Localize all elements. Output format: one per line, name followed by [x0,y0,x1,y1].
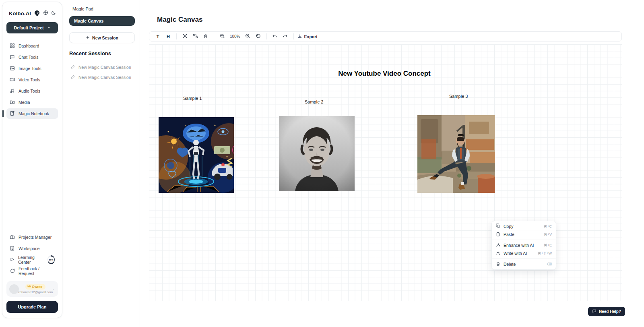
context-menu-item-copy[interactable]: Copy ⌘+C [492,222,556,230]
shortcut-label: ⌘+E [544,243,552,247]
context-menu-item-enhance-with-ai[interactable]: Enhance with AI ⌘+E [492,241,556,249]
sample-1-image[interactable] [159,117,234,193]
trash-icon [203,34,208,39]
toolbar-divider [176,33,177,39]
need-help-label: Need Help? [599,309,621,314]
sidebar-item-projects-manager[interactable]: Projects Manager [6,232,58,242]
export-button[interactable]: Export [297,34,318,39]
dark-mode-button[interactable] [51,10,56,17]
audio-icon [10,88,15,94]
redo-button[interactable] [281,33,290,40]
pencil-icon [71,64,75,70]
context-menu: Copy ⌘+C Paste ⌘+V Enhance with AI ⌘+E W… [491,221,556,270]
sidebar-item-label: Learning Center [18,255,43,265]
session-list-item[interactable]: New Magic Canvas Session [69,62,133,72]
sidebar-item-magic-notebook[interactable]: Magic Notebook [6,108,58,119]
sample-3-image[interactable] [417,115,495,193]
sample-2-label[interactable]: Sample 2 [305,99,323,104]
zoom-level-value: 100% [228,34,242,39]
canvas-heading[interactable]: New Youtube Video Concept [278,70,491,78]
context-menu-label: Write with AI [504,251,527,256]
notebook-icon [10,111,15,117]
copy-icon [496,224,500,229]
toolbar-divider [293,33,294,39]
sample-1-label[interactable]: Sample 1 [183,96,202,101]
export-label: Export [304,34,318,39]
sidebar-footer-nav: Projects Manager Workspace Learning Cent… [6,232,58,276]
context-menu-item-paste[interactable]: Paste ⌘+V [492,230,556,238]
sidebar-item-video-tools[interactable]: Video Tools [6,75,58,85]
sidebar-item-chat-tools[interactable]: Chat Tools [6,52,58,62]
sidebar-item-label: Projects Manager [19,235,52,240]
shortcut-label: ⌘+C [543,224,552,228]
tab-magic-canvas[interactable]: Magic Canvas [69,16,135,26]
sparkles-icon [496,251,500,256]
sidebar-item-label: Audio Tools [19,89,40,93]
zoom-in-button[interactable] [218,33,227,40]
enhance-wand-icon [496,243,500,248]
context-menu-divider [492,240,556,240]
shortcut-label: ⌘+⇧+W [537,251,552,255]
sidebar-nav: Dashboard Chat Tools Image Tools Video T… [6,41,58,119]
page-title: Magic Canvas [157,16,202,24]
sidebar-item-label: Dashboard [19,43,39,48]
paste-icon [496,232,500,237]
session-item-label: New Magic Canvas Session [78,75,131,80]
session-list-item[interactable]: New Magic Canvas Session [69,72,133,82]
sidebar-item-media[interactable]: Media [6,97,58,108]
text-tool-button[interactable]: T [153,33,162,40]
redo-icon [283,33,288,39]
sidebar-item-label: Magic Notebook [19,111,49,116]
dashboard-icon [10,43,15,49]
canvas-grid[interactable]: New Youtube Video Concept Sample 1 Sampl… [149,44,622,301]
context-menu-label: Paste [504,232,514,237]
sidebar-item-label: Workspace [19,246,39,251]
zoom-out-icon [245,33,250,39]
sidebar-item-feedback[interactable]: Feedback / Request [6,266,58,276]
reset-view-button[interactable] [254,33,263,40]
zoom-out-button[interactable] [244,33,252,40]
brain-head-logo-icon [34,10,40,17]
sidebar-item-audio-tools[interactable]: Audio Tools [6,86,58,96]
video-icon [10,77,15,83]
undo-button[interactable] [270,33,279,40]
session-panel: Magic Pad Magic Canvas New Session Recen… [64,0,140,327]
sidebar-spacer [6,119,58,232]
sample-3-label[interactable]: Sample 3 [449,94,468,99]
context-menu-item-write-with-ai[interactable]: Write with AI ⌘+⇧+W [492,249,556,257]
app-root: Kolbo.AI Default Project Dashboard Chat … [0,0,644,327]
owner-badge: Owner [25,284,45,290]
select-tool-button[interactable] [180,33,189,40]
new-session-button[interactable]: New Session [69,32,135,43]
language-globe-button[interactable] [43,10,48,17]
image-icon [10,66,15,72]
avatar [9,284,19,294]
sidebar-item-workspace[interactable]: Workspace [6,243,58,254]
user-card[interactable]: Owner zoharvan12@gmail.com [6,281,58,297]
sidebar-item-label: Chat Tools [19,55,38,60]
tab-magic-pad[interactable]: Magic Pad [69,6,97,16]
recent-sessions-heading: Recent Sessions [69,50,135,56]
play-icon [10,257,14,263]
sidebar-item-label: Media [19,100,30,105]
session-item-label: New Magic Canvas Session [78,65,131,70]
connector-tool-button[interactable] [191,33,200,40]
sample-2-image[interactable] [279,116,355,191]
sidebar-item-learning-center[interactable]: Learning Center 66% [6,255,58,265]
globe-icon [43,10,48,17]
main-area: Magic Canvas T H 100% [140,0,644,327]
media-folder-icon [10,99,15,106]
chevron-down-icon [47,25,51,30]
project-selector[interactable]: Default Project [6,22,58,33]
context-menu-item-delete[interactable]: Delete ⌫ [492,260,556,268]
help-chat-icon [592,309,597,314]
sidebar-item-image-tools[interactable]: Image Tools [6,63,58,74]
building-icon [10,246,15,252]
heading-tool-button[interactable]: H [164,33,173,40]
sidebar-item-dashboard[interactable]: Dashboard [6,41,58,51]
delete-tool-button[interactable] [201,33,210,40]
rotate-reset-icon [256,33,261,39]
upgrade-plan-button[interactable]: Upgrade Plan [6,301,58,313]
need-help-button[interactable]: Need Help? [588,307,625,316]
chat-icon [10,54,15,60]
